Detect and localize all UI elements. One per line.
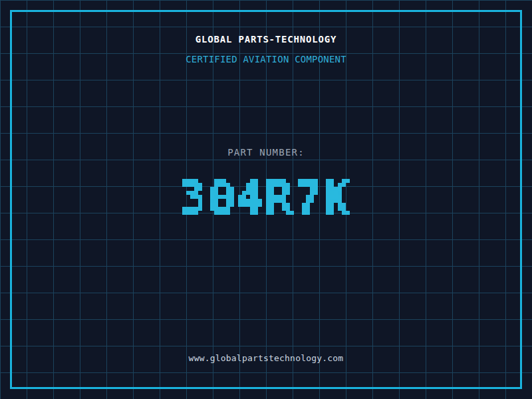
part-number-label: PART NUMBER: bbox=[0, 147, 532, 158]
website-url: www.globalpartstechnology.com bbox=[0, 353, 532, 363]
company-title: GLOBAL PARTS-TECHNOLOGY bbox=[0, 34, 532, 45]
part-number-display bbox=[174, 163, 358, 227]
certificate-screen: GLOBAL PARTS-TECHNOLOGY CERTIFIED AVIATI… bbox=[0, 0, 532, 399]
certification-subtitle: CERTIFIED AVIATION COMPONENT bbox=[0, 54, 532, 65]
part-number-row: 304R7K bbox=[0, 163, 532, 227]
